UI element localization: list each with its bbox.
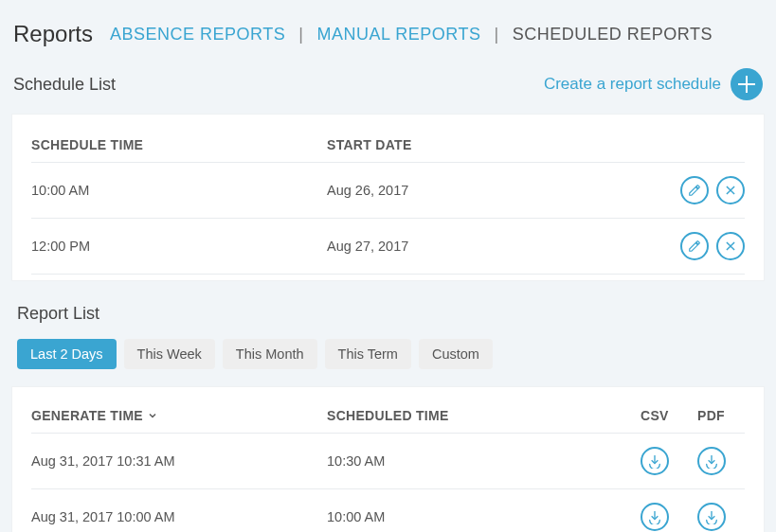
plus-icon (731, 68, 763, 100)
tab-scheduled-reports[interactable]: SCHEDULED REPORTS (513, 25, 713, 44)
report-row: Aug 31, 2017 10:00 AM 10:00 AM (31, 489, 745, 532)
download-icon (704, 453, 719, 469)
report-row: Aug 31, 2017 10:31 AM 10:30 AM (31, 434, 745, 489)
download-icon (647, 509, 662, 524)
pencil-icon (688, 239, 701, 253)
download-csv-button[interactable] (641, 447, 669, 475)
scheduled-time-cell: 10:00 AM (327, 509, 641, 524)
edit-button[interactable] (680, 232, 709, 260)
create-report-schedule-button[interactable]: Create a report schedule (544, 68, 763, 100)
schedule-row: 10:00 AM Aug 26, 2017 (31, 163, 745, 219)
page-title: Reports (13, 21, 93, 47)
filter-pills: Last 2 Days This Week This Month This Te… (0, 333, 776, 381)
filter-this-week[interactable]: This Week (124, 339, 215, 369)
tabs: ABSENCE REPORTS | MANUAL REPORTS | SCHED… (110, 25, 713, 44)
schedule-time-cell: 10:00 AM (31, 183, 327, 198)
report-table: GENERATE TIME SCHEDULED TIME CSV PDF Aug… (11, 386, 765, 532)
filter-this-month[interactable]: This Month (223, 339, 317, 369)
filter-custom[interactable]: Custom (419, 339, 493, 369)
start-date-cell: Aug 26, 2017 (327, 183, 612, 198)
col-generate-time[interactable]: GENERATE TIME (31, 408, 327, 423)
col-scheduled-time: SCHEDULED TIME (327, 408, 641, 423)
close-icon (724, 184, 737, 197)
col-schedule-time: SCHEDULE TIME (31, 137, 327, 152)
schedule-list-title: Schedule List (13, 75, 116, 95)
generate-time-cell: Aug 31, 2017 10:31 AM (31, 453, 327, 469)
download-pdf-button[interactable] (697, 503, 726, 531)
delete-button[interactable] (716, 176, 745, 204)
schedule-table: SCHEDULE TIME START DATE 10:00 AM Aug 26… (11, 114, 765, 281)
scheduled-time-cell: 10:30 AM (327, 453, 641, 469)
chevron-down-icon (147, 410, 158, 421)
tab-separator: | (495, 25, 499, 44)
delete-button[interactable] (716, 232, 745, 260)
create-report-schedule-label: Create a report schedule (544, 75, 721, 94)
col-csv: CSV (641, 408, 697, 423)
filter-this-term[interactable]: This Term (325, 339, 411, 369)
report-list-title: Report List (0, 281, 776, 333)
schedule-time-cell: 12:00 PM (31, 239, 327, 254)
col-start-date: START DATE (327, 137, 612, 152)
schedule-row: 12:00 PM Aug 27, 2017 (31, 219, 745, 275)
pencil-icon (688, 184, 701, 197)
col-pdf: PDF (697, 408, 745, 423)
tab-manual-reports[interactable]: MANUAL REPORTS (316, 25, 480, 44)
filter-last-2-days[interactable]: Last 2 Days (17, 339, 117, 369)
start-date-cell: Aug 27, 2017 (327, 239, 612, 254)
download-pdf-button[interactable] (697, 447, 726, 475)
edit-button[interactable] (680, 176, 709, 204)
generate-time-cell: Aug 31, 2017 10:00 AM (31, 509, 327, 524)
close-icon (724, 239, 737, 253)
download-icon (704, 509, 719, 524)
download-icon (647, 453, 662, 469)
tab-absence-reports[interactable]: ABSENCE REPORTS (110, 25, 285, 44)
col-generate-time-label: GENERATE TIME (31, 408, 143, 423)
tab-separator: | (298, 25, 303, 44)
download-csv-button[interactable] (641, 503, 669, 531)
